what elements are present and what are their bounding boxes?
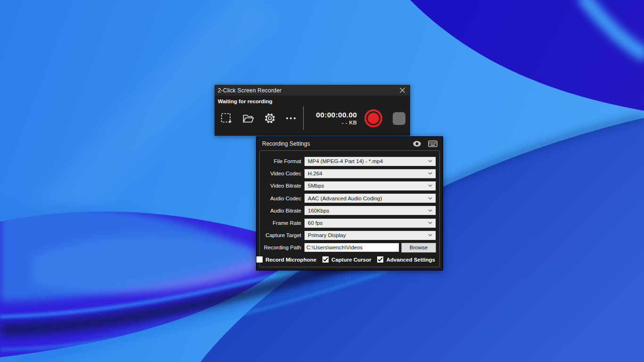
settings-form: File Format MP4 (MPEG-4 Part 14) - *.mp4… [259, 150, 440, 267]
frame-rate-row: Frame Rate 60 fps [262, 217, 436, 229]
chevron-down-icon [428, 160, 432, 163]
capture-target-label: Capture Target [262, 232, 304, 238]
settings-gear-icon[interactable] [264, 112, 276, 125]
stop-button[interactable] [393, 112, 405, 125]
file-size-value: - - KB [308, 120, 357, 126]
record-microphone-checkbox[interactable] [256, 256, 263, 263]
chevron-down-icon [428, 184, 432, 187]
capture-cursor-checkbox[interactable] [322, 256, 329, 263]
record-microphone-option[interactable]: Record Microphone [256, 256, 316, 263]
audio-codec-row: Audio Codec AAC (Advanced Audio Coding) [262, 192, 436, 205]
toolbar-divider [303, 107, 304, 130]
chevron-down-icon [428, 234, 432, 237]
recording-path-row: Recording Path Browse [262, 241, 436, 254]
video-bitrate-label: Video Bitrate [262, 183, 304, 189]
recorder-window: 2-Click Screen Recorder Waiting for reco… [215, 85, 410, 136]
capture-target-dropdown[interactable]: Primary Display [304, 230, 436, 240]
advanced-settings-option[interactable]: Advanced Settings [377, 256, 435, 263]
video-bitrate-dropdown[interactable]: 5Mbps [304, 181, 436, 191]
keyboard-icon[interactable] [428, 140, 438, 147]
video-codec-dropdown[interactable]: H.264 [304, 169, 436, 179]
chevron-down-icon [428, 197, 432, 200]
video-codec-row: Video Codec H.264 [262, 167, 436, 180]
settings-window: Recording Settings [256, 136, 443, 271]
audio-codec-label: Audio Codec [262, 196, 304, 201]
options-row: Record Microphone Capture Cursor Advance… [262, 255, 436, 265]
audio-bitrate-dropdown[interactable]: 160Kbps [304, 206, 436, 215]
browse-button[interactable]: Browse [401, 243, 436, 253]
timer-value: 00:00:00.00 [308, 110, 357, 119]
file-format-label: File Format [262, 158, 304, 164]
settings-title: Recording Settings [262, 140, 406, 147]
frame-rate-label: Frame Rate [262, 220, 304, 226]
record-button[interactable] [364, 109, 382, 127]
video-bitrate-row: Video Bitrate 5Mbps [262, 180, 436, 192]
desktop: 2-Click Screen Recorder Waiting for reco… [0, 0, 644, 362]
video-codec-label: Video Codec [262, 171, 304, 176]
file-format-dropdown[interactable]: MP4 (MPEG-4 Part 14) - *.mp4 [304, 156, 436, 166]
open-folder-icon[interactable] [242, 112, 255, 125]
frame-rate-dropdown[interactable]: 60 fps [304, 218, 436, 228]
close-icon[interactable] [398, 87, 406, 94]
recording-path-label: Recording Path [262, 245, 304, 250]
file-format-row: File Format MP4 (MPEG-4 Part 14) - *.mp4 [262, 155, 436, 167]
audio-bitrate-row: Audio Bitrate 160Kbps [262, 205, 436, 217]
record-icon [368, 113, 379, 124]
more-options-icon[interactable] [285, 112, 297, 125]
recording-status-text: Waiting for recording [215, 96, 410, 104]
chevron-down-icon [428, 222, 432, 224]
recorder-window-title: 2-Click Screen Recorder [218, 87, 398, 94]
settings-header: Recording Settings [257, 137, 442, 150]
region-select-icon[interactable] [220, 112, 233, 125]
recording-path-input[interactable] [304, 243, 399, 252]
audio-codec-dropdown[interactable]: AAC (Advanced Audio Coding) [304, 193, 436, 203]
chevron-down-icon [428, 209, 432, 212]
timer-block: 00:00:00.00 - - KB [308, 110, 357, 126]
recorder-toolbar: 00:00:00.00 - - KB [215, 104, 410, 132]
advanced-settings-checkbox[interactable] [377, 256, 383, 263]
chevron-down-icon [428, 172, 432, 175]
audio-bitrate-label: Audio Bitrate [262, 208, 304, 214]
eye-icon[interactable] [412, 140, 422, 147]
capture-cursor-option[interactable]: Capture Cursor [322, 256, 371, 263]
capture-target-row: Capture Target Primary Display [262, 229, 436, 241]
recorder-titlebar[interactable]: 2-Click Screen Recorder [215, 85, 410, 96]
